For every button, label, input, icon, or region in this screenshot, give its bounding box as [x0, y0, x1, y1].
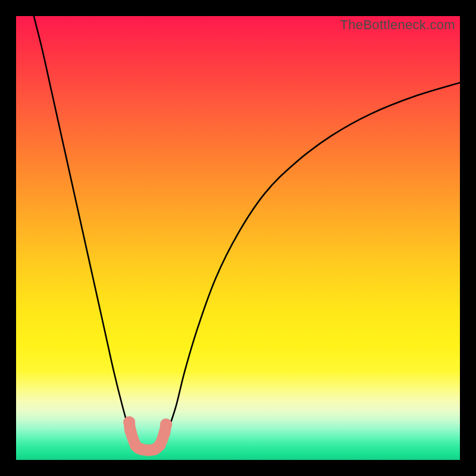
- valley-dot: [160, 418, 172, 430]
- valley-dot: [154, 439, 166, 451]
- valley-dot: [124, 425, 136, 437]
- curve-left-right-curve: [162, 83, 460, 447]
- curve-left-left-curve: [34, 16, 136, 447]
- chart-frame: TheBottleneck.com: [16, 16, 460, 460]
- chart-canvas: [16, 16, 460, 460]
